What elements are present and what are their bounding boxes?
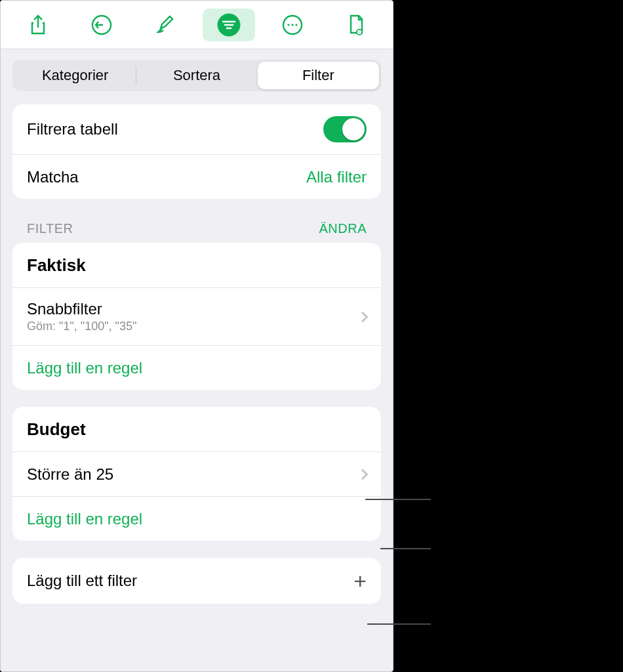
add-filter-label: Lägg till ett filter [27,572,137,590]
rule-sub: Göm: "1", "100", "35" [27,320,136,333]
add-filter-row[interactable]: Lägg till ett filter + [12,558,381,604]
rule-label: Större än 25 [27,465,113,484]
filter-table-label: Filtrera tabell [27,120,118,138]
callout-line [380,548,431,549]
callout-line [365,499,431,500]
top-toolbar [1,1,393,49]
svg-point-11 [359,32,360,33]
callout-line [367,623,431,625]
more-button[interactable] [266,9,319,41]
svg-point-6 [287,24,289,26]
rule-snabbfilter[interactable]: Snabbfilter Göm: "1", "100", "35" [12,287,381,345]
tab-sort[interactable]: Sortera [136,62,257,89]
document-view-button[interactable] [330,9,382,41]
add-rule-faktisk[interactable]: Lägg till en regel [12,345,381,390]
group-title-faktisk: Faktisk [12,243,381,287]
filter-section-header: FILTER ÄNDRA [27,221,367,236]
tab-categories[interactable]: Kategorier [14,62,136,89]
filter-group-faktisk: Faktisk Snabbfilter Göm: "1", "100", "35… [12,243,381,390]
rule-greater-than[interactable]: Större än 25 [12,452,381,496]
match-label: Matcha [27,168,79,186]
format-brush-button[interactable] [139,9,191,41]
add-filter-group: Lägg till ett filter + [12,558,381,604]
filter-table-row: Filtrera tabell [12,104,381,154]
add-rule-budget[interactable]: Lägg till en regel [12,496,381,541]
chevron-right-icon [357,311,369,322]
chevron-right-icon [357,469,369,480]
svg-point-8 [295,24,297,26]
filter-section-title: FILTER [27,221,73,236]
tab-filter[interactable]: Filter [258,62,379,89]
plus-icon: + [353,570,367,592]
filter-table-toggle[interactable] [323,116,367,142]
edit-filters-button[interactable]: ÄNDRA [319,221,367,236]
filter-settings-group: Filtrera tabell Matcha Alla filter [12,104,381,199]
organize-button[interactable] [203,9,255,41]
svg-point-7 [291,24,293,26]
share-button[interactable] [12,9,64,41]
undo-button[interactable] [75,9,128,41]
group-title-budget: Budget [12,407,381,452]
match-row[interactable]: Matcha Alla filter [12,154,381,199]
rule-label: Snabbfilter [27,300,136,318]
organize-tabs: Kategorier Sortera Filter [12,60,381,91]
organize-panel: Kategorier Sortera Filter Filtrera tabel… [0,0,393,672]
filter-group-budget: Budget Större än 25 Lägg till en regel [12,407,381,541]
match-value: Alla filter [306,168,367,186]
